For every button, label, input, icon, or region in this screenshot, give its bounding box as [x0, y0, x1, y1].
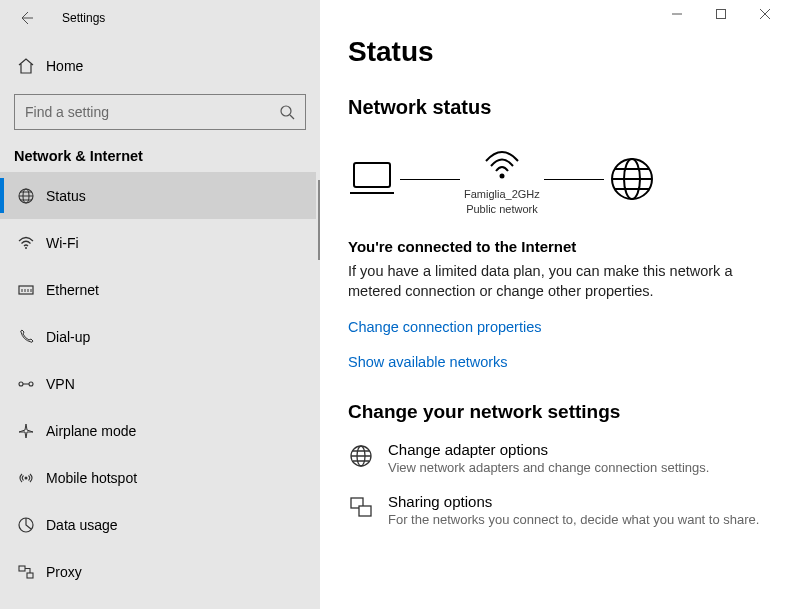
svg-rect-11 — [717, 10, 726, 19]
maximize-button[interactable] — [699, 0, 743, 28]
adapter-title: Change adapter options — [388, 441, 709, 458]
sidebar-item-status[interactable]: Status — [0, 172, 316, 219]
sidebar-item-label: Data usage — [46, 517, 118, 533]
back-button[interactable] — [14, 6, 38, 30]
close-button[interactable] — [743, 0, 787, 28]
data-icon — [17, 516, 35, 534]
sidebar-item-label: VPN — [46, 376, 75, 392]
sidebar-item-label: Mobile hotspot — [46, 470, 137, 486]
sharing-description: For the networks you connect to, decide … — [388, 512, 759, 527]
svg-point-3 — [25, 247, 27, 249]
svg-rect-9 — [19, 566, 25, 571]
sidebar-item-airplane[interactable]: Airplane mode — [0, 407, 316, 454]
svg-point-6 — [29, 382, 33, 386]
sidebar-item-label: Wi-Fi — [46, 235, 79, 251]
change-settings-heading: Change your network settings — [348, 401, 761, 423]
sidebar-item-label: Dial-up — [46, 329, 90, 345]
network-status-heading: Network status — [348, 96, 761, 119]
globe-icon — [17, 187, 35, 205]
wifi-icon — [17, 234, 35, 252]
network-diagram: Famiglia_2GHz Public network — [348, 141, 761, 218]
search-icon — [279, 104, 295, 120]
sidebar-item-vpn[interactable]: VPN — [0, 360, 316, 407]
adapter-description: View network adapters and change connect… — [388, 460, 709, 475]
svg-point-7 — [25, 476, 28, 479]
search-box[interactable] — [14, 94, 306, 130]
hotspot-icon — [17, 469, 35, 487]
sidebar-item-ethernet[interactable]: Ethernet — [0, 266, 316, 313]
svg-point-13 — [499, 174, 504, 179]
sidebar-group-label: Network & Internet — [0, 130, 320, 172]
sharing-title: Sharing options — [388, 493, 759, 510]
connected-description: If you have a limited data plan, you can… — [348, 261, 758, 302]
sidebar-nav: Status Wi-Fi Ethernet Dial-up VPN Airpla… — [0, 172, 316, 609]
minimize-button[interactable] — [655, 0, 699, 28]
ethernet-icon — [17, 281, 35, 299]
close-icon — [759, 8, 771, 20]
svg-point-0 — [281, 106, 291, 116]
wifi-router-icon — [480, 141, 524, 181]
svg-rect-12 — [354, 163, 390, 187]
sharing-icon — [348, 495, 374, 521]
link-change-connection-properties[interactable]: Change connection properties — [348, 319, 541, 335]
vpn-icon — [17, 375, 35, 393]
sidebar-item-datausage[interactable]: Data usage — [0, 501, 316, 548]
window-controls — [655, 0, 787, 28]
phone-icon — [17, 328, 35, 346]
sidebar-item-label: Airplane mode — [46, 423, 136, 439]
main-content: Status Network status Famiglia_2GHz Publ… — [320, 0, 789, 609]
home-icon — [17, 57, 35, 75]
page-title: Status — [348, 36, 761, 68]
internet-globe-icon — [608, 155, 656, 203]
window-title: Settings — [62, 11, 105, 25]
sidebar: Settings Home Network & Internet Status … — [0, 0, 320, 609]
link-show-available-networks[interactable]: Show available networks — [348, 354, 508, 370]
sidebar-item-dialup[interactable]: Dial-up — [0, 313, 316, 360]
airplane-icon — [17, 422, 35, 440]
sidebar-item-label: Status — [46, 188, 86, 204]
sidebar-item-label: Ethernet — [46, 282, 99, 298]
sidebar-home[interactable]: Home — [0, 46, 320, 86]
sidebar-item-label: Proxy — [46, 564, 82, 580]
wifi-type-label: Public network — [464, 202, 540, 217]
adapter-icon — [348, 443, 374, 469]
svg-rect-10 — [27, 573, 33, 578]
sharing-options[interactable]: Sharing options For the networks you con… — [348, 493, 761, 527]
titlebar-left: Settings — [0, 0, 320, 36]
search-input[interactable] — [25, 104, 279, 120]
back-icon — [18, 10, 34, 26]
svg-point-5 — [19, 382, 23, 386]
sidebar-home-label: Home — [46, 58, 83, 74]
sidebar-item-proxy[interactable]: Proxy — [0, 548, 316, 595]
connected-heading: You're connected to the Internet — [348, 238, 761, 255]
device-icon — [348, 159, 396, 199]
proxy-icon — [17, 563, 35, 581]
minimize-icon — [671, 8, 683, 20]
maximize-icon — [715, 8, 727, 20]
wifi-name-label: Famiglia_2GHz — [464, 187, 540, 202]
sidebar-item-wifi[interactable]: Wi-Fi — [0, 219, 316, 266]
svg-rect-19 — [359, 506, 371, 516]
sidebar-item-hotspot[interactable]: Mobile hotspot — [0, 454, 316, 501]
change-adapter-options[interactable]: Change adapter options View network adap… — [348, 441, 761, 475]
